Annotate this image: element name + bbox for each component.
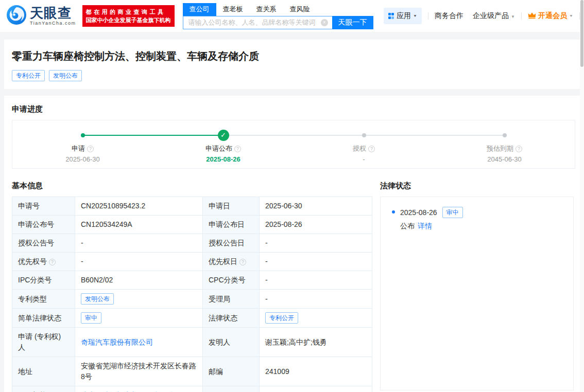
header-nav: 应用 ▼ 商务合作 企业级产品▼ 开通会员 ▼ bbox=[384, 8, 584, 24]
patent-title: 零重力车辆座椅控制方法、控制装置、车辆及存储介质 bbox=[12, 49, 572, 63]
progress-box: 申请?2025-06-30✓申请公布?2025-08-26授权?-预估到期?20… bbox=[12, 120, 575, 169]
row-label: 专利类型 bbox=[12, 290, 75, 309]
scrollbar-thumb[interactable] bbox=[580, 0, 583, 67]
row-value: - bbox=[75, 234, 203, 253]
logo-subtitle: TianYanCha.com bbox=[30, 21, 76, 26]
timeline-step-date: - bbox=[294, 155, 434, 163]
row-value: 奇瑞汽车股份有限公司 bbox=[75, 328, 203, 357]
progress-timeline: 申请?2025-06-30✓申请公布?2025-08-26授权?-预估到期?20… bbox=[12, 120, 575, 168]
row-label: CPC分类号 bbox=[203, 271, 260, 290]
table-row: 地址安徽省芜湖市经济技术开发区长春路8号邮编241009 bbox=[12, 357, 372, 386]
row-value: 2025-06-30 bbox=[260, 197, 372, 216]
grid-icon bbox=[388, 13, 394, 19]
row-label: 授权公告号 bbox=[12, 234, 75, 253]
row-label: 代理人? bbox=[203, 386, 260, 392]
legal-status-item: 2025-08-26审中公布详情 bbox=[391, 207, 563, 231]
page: 天眼查 TianYanCha.com 都在用的商业查询工具 国家中小企业发展子基… bbox=[0, 0, 584, 392]
patent-tag: 发明公布 bbox=[49, 70, 82, 81]
nav-biz-cooperation[interactable]: 商务合作 bbox=[435, 11, 463, 21]
timeline-step-label: 申请公布? bbox=[153, 144, 294, 153]
status-badge: 专利公开 bbox=[265, 312, 298, 324]
progress-heading: 申请进度 bbox=[12, 104, 575, 114]
table-row: 简单法律状态审中法律状态专利公开 bbox=[12, 309, 372, 328]
nav-apps-label: 应用 bbox=[397, 11, 411, 21]
table-row: 申请号CN202510895423.2申请日2025-06-30 bbox=[12, 197, 372, 216]
row-value: 2025-08-26 bbox=[260, 216, 372, 234]
search-tab-查公司[interactable]: 查公司 bbox=[183, 3, 216, 16]
timeline-node-icon bbox=[81, 133, 85, 137]
table-row: 申请 (专利权) 人奇瑞汽车股份有限公司发明人谢玉颖;高中扩;钱勇 bbox=[12, 328, 372, 357]
timeline-node-icon: ✓ bbox=[218, 130, 229, 141]
search-tab-查风险[interactable]: 查风险 bbox=[283, 3, 317, 16]
row-label: 受理局 bbox=[203, 290, 260, 309]
row-label: 优先权日? bbox=[203, 253, 260, 271]
legal-status-date: 2025-08-26 bbox=[400, 208, 437, 217]
chevron-down-icon: ▼ bbox=[511, 14, 515, 19]
row-label: 授权公告日 bbox=[203, 234, 260, 253]
timeline-step-label: 授权? bbox=[294, 144, 434, 153]
row-label: 申请号 bbox=[12, 197, 75, 216]
promo-line1: 都在用的商业查询工具 bbox=[86, 8, 171, 16]
patent-title-card: 零重力车辆座椅控制方法、控制装置、车辆及存储介质 专利公开发明公布 bbox=[4, 40, 580, 89]
basic-info-heading: 基本信息 bbox=[12, 181, 372, 191]
search-input[interactable] bbox=[183, 16, 332, 29]
row-label: 简单法律状态 bbox=[12, 309, 75, 328]
chevron-down-icon: ▼ bbox=[569, 14, 573, 17]
legal-status-section: 法律状态 2025-08-26审中公布详情 bbox=[380, 181, 574, 392]
table-row: 代理机构?济南圣达知识产权代理有限公司代理人?- bbox=[12, 386, 372, 392]
row-value: - bbox=[75, 253, 203, 271]
entity-link[interactable]: 奇瑞汽车股份有限公司 bbox=[81, 338, 153, 346]
row-value: - bbox=[260, 271, 372, 290]
crown-icon bbox=[528, 12, 536, 20]
search-button[interactable]: 天眼一下 bbox=[332, 16, 373, 29]
divider bbox=[521, 12, 522, 20]
row-value: B60N2/02 bbox=[75, 271, 203, 290]
row-value: 济南圣达知识产权代理有限公司 bbox=[75, 386, 203, 392]
nav-apps[interactable]: 应用 ▼ bbox=[384, 8, 422, 24]
row-label: 代理机构? bbox=[12, 386, 75, 392]
patent-tags: 专利公开发明公布 bbox=[12, 70, 572, 81]
timeline-step: ✓申请公布?2025-08-26 bbox=[153, 120, 294, 168]
help-icon[interactable]: ? bbox=[239, 259, 246, 265]
row-label: 优先权号? bbox=[12, 253, 75, 271]
legal-detail-link[interactable]: 详情 bbox=[418, 222, 432, 230]
clear-search-icon[interactable]: × bbox=[321, 19, 328, 26]
help-icon[interactable]: ? bbox=[368, 146, 375, 152]
row-value: 专利公开 bbox=[260, 309, 372, 328]
tianyancha-logo[interactable]: 天眼查 TianYanCha.com bbox=[6, 5, 76, 27]
row-value: 发明公布 bbox=[75, 290, 203, 309]
search-area: 查公司查老板查关系查风险 × 天眼一下 bbox=[183, 3, 373, 29]
legal-status-heading: 法律状态 bbox=[380, 181, 574, 191]
legal-status-line2: 公布详情 bbox=[400, 222, 563, 231]
timeline-step-date: 2025-06-30 bbox=[12, 155, 153, 163]
row-value: - bbox=[260, 386, 372, 392]
timeline-step: 预估到期?2045-06-30 bbox=[434, 120, 575, 168]
row-value: 审中 bbox=[75, 309, 203, 328]
nav-open-vip[interactable]: 开通会员 ▼ bbox=[528, 11, 573, 21]
timeline-step: 授权?- bbox=[294, 120, 434, 168]
timeline-node-icon bbox=[503, 133, 507, 137]
help-icon[interactable]: ? bbox=[516, 146, 522, 152]
nav-enterprise-products[interactable]: 企业级产品▼ bbox=[473, 11, 515, 21]
chevron-down-icon: ▼ bbox=[413, 14, 417, 17]
promo-line2: 国家中小企业发展子基金旗下机构 bbox=[86, 16, 171, 24]
search-tab-查老板[interactable]: 查老板 bbox=[216, 3, 250, 16]
row-value: - bbox=[260, 290, 372, 309]
row-label: 申请公布日 bbox=[203, 216, 260, 234]
row-label: 发明人 bbox=[203, 328, 260, 357]
search-box: × 天眼一下 bbox=[183, 16, 373, 29]
table-row: 专利类型发明公布受理局- bbox=[12, 290, 372, 309]
help-icon[interactable]: ? bbox=[49, 259, 56, 265]
help-icon[interactable]: ? bbox=[87, 146, 94, 152]
table-row: 授权公告号-授权公告日- bbox=[12, 234, 372, 253]
help-icon[interactable]: ? bbox=[234, 146, 241, 152]
legal-status-box: 2025-08-26审中公布详情 bbox=[380, 197, 574, 390]
nav-enterprise-label: 企业级产品 bbox=[473, 11, 509, 20]
table-row: IPC分类号B60N2/02CPC分类号- bbox=[12, 271, 372, 290]
nav-vip-label: 开通会员 bbox=[538, 11, 567, 21]
timeline-node-icon bbox=[362, 133, 366, 137]
search-tab-查关系[interactable]: 查关系 bbox=[250, 3, 283, 16]
page-scrollbar[interactable] bbox=[580, 0, 584, 392]
row-value: 谢玉颖;高中扩;钱勇 bbox=[260, 328, 372, 357]
bullet-icon bbox=[392, 210, 395, 213]
